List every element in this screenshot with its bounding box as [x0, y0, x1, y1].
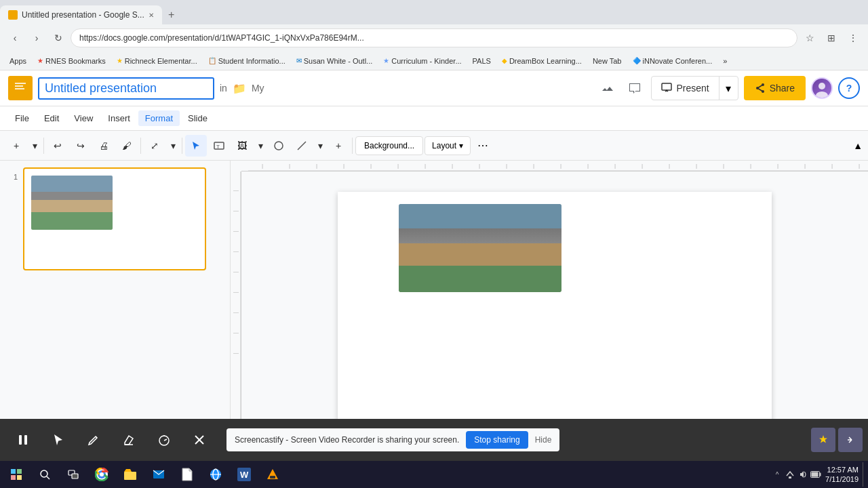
- toolbar-sep-2: [140, 138, 141, 154]
- slide-thumbnail[interactable]: [23, 167, 206, 270]
- svg-text:|: |: [506, 163, 507, 169]
- zoom-btn[interactable]: ⤢: [144, 135, 165, 157]
- background-btn[interactable]: Background...: [355, 136, 423, 155]
- present-dropdown-btn[interactable]: ▾: [719, 77, 738, 100]
- undo-btn[interactable]: ↩: [47, 135, 68, 157]
- screencastify-sparkle-btn[interactable]: [811, 428, 835, 452]
- taskbar-outlook[interactable]: [145, 462, 172, 487]
- layout-btn[interactable]: Layout ▾: [425, 136, 471, 155]
- tray-volume[interactable]: [797, 469, 808, 480]
- tab-favicon: [8, 10, 18, 20]
- task-view-button[interactable]: [60, 462, 87, 487]
- image-dropdown-btn[interactable]: ▾: [254, 135, 267, 157]
- presentation-title-input[interactable]: [38, 77, 214, 100]
- comments-btn[interactable]: [624, 77, 646, 99]
- svg-rect-78: [789, 476, 791, 479]
- menu-edit[interactable]: Edit: [37, 110, 66, 126]
- address-bar[interactable]: https://docs.google.com/presentation/d/1…: [71, 28, 797, 47]
- taskbar-explorer[interactable]: [117, 462, 144, 487]
- add-slide-dropdown-btn[interactable]: ▾: [28, 135, 41, 157]
- search-button[interactable]: [31, 462, 58, 487]
- screencastify-collapse-btn[interactable]: [838, 428, 863, 452]
- line-dropdown-btn[interactable]: ▾: [314, 135, 326, 157]
- extensions-btn[interactable]: ⊞: [822, 28, 841, 47]
- share-button[interactable]: Share: [744, 76, 806, 100]
- toolbar-sep-1: [43, 138, 44, 154]
- activity-dashboard-btn[interactable]: [597, 77, 618, 99]
- menu-file[interactable]: File: [8, 110, 36, 126]
- zoom-dropdown-btn[interactable]: ▾: [167, 135, 179, 157]
- taskbar-file[interactable]: [174, 462, 201, 487]
- add-slide-btn[interactable]: +: [5, 135, 27, 157]
- tab-close-btn[interactable]: ✕: [149, 12, 154, 19]
- new-tab-button[interactable]: +: [162, 5, 181, 24]
- collapse-toolbar-btn[interactable]: ▲: [853, 140, 863, 151]
- menu-btn[interactable]: ⋮: [844, 28, 863, 47]
- bookmark-student[interactable]: 📋 Student Informatio...: [204, 56, 290, 66]
- pen-tool-btn[interactable]: [79, 425, 108, 455]
- svg-text:—: —: [233, 268, 239, 274]
- start-button[interactable]: [3, 462, 30, 487]
- taskbar-chrome[interactable]: [88, 462, 115, 487]
- menu-view[interactable]: View: [67, 110, 100, 126]
- image-btn[interactable]: 🖼: [231, 135, 253, 157]
- bookmark-innovate[interactable]: 🔷 iNNovate Conferen...: [629, 56, 717, 66]
- my-drive-text: My: [252, 83, 264, 94]
- svg-text:—: —: [233, 228, 239, 234]
- menu-slide[interactable]: Slide: [181, 110, 214, 126]
- menu-format[interactable]: Format: [138, 110, 180, 126]
- more-options-btn[interactable]: ⋯: [472, 136, 494, 155]
- thumb-building-graphic: [31, 176, 113, 230]
- bookmark-more[interactable]: »: [719, 56, 731, 66]
- close-recording-btn[interactable]: [184, 425, 214, 455]
- tray-network[interactable]: [785, 469, 795, 480]
- pause-recording-btn[interactable]: [8, 425, 38, 455]
- svg-text:|: |: [397, 163, 399, 169]
- back-button[interactable]: ‹: [5, 28, 24, 47]
- svg-rect-69: [124, 472, 136, 480]
- bookmark-newtab[interactable]: New Tab: [589, 56, 626, 66]
- svg-line-55: [164, 439, 167, 441]
- eraser-tool-btn[interactable]: [114, 425, 144, 455]
- tray-battery[interactable]: [810, 469, 821, 480]
- svg-text:|: |: [804, 163, 806, 169]
- bookmark-richneck[interactable]: ★ Richneck Elementar...: [113, 56, 201, 66]
- help-button[interactable]: ?: [838, 77, 860, 99]
- menu-insert[interactable]: Insert: [101, 110, 137, 126]
- slide-number: 1: [7, 173, 18, 181]
- timer-btn[interactable]: [149, 425, 179, 455]
- forward-button[interactable]: ›: [27, 28, 46, 47]
- active-tab[interactable]: Untitled presentation - Google S... ✕: [0, 5, 162, 24]
- bookmark-rnes[interactable]: ★ RNES Bookmarks: [33, 56, 110, 66]
- bookmark-apps[interactable]: Apps: [5, 56, 31, 66]
- show-desktop-btn[interactable]: [863, 462, 865, 487]
- hide-btn[interactable]: Hide: [535, 435, 552, 445]
- slide-image[interactable]: [399, 204, 561, 292]
- taskbar-ie[interactable]: [202, 462, 229, 487]
- paint-format-btn[interactable]: 🖌: [116, 135, 138, 157]
- taskbar-vlc[interactable]: [259, 462, 286, 487]
- text-box-btn[interactable]: T: [208, 135, 230, 157]
- shapes-btn[interactable]: [268, 135, 290, 157]
- line-btn[interactable]: [291, 135, 313, 157]
- redo-btn[interactable]: ↪: [70, 135, 92, 157]
- refresh-button[interactable]: ↻: [49, 28, 68, 47]
- taskbar-word[interactable]: W: [231, 462, 258, 487]
- bookmark-susan[interactable]: ✉ Susan White - Outl...: [292, 56, 376, 66]
- svg-rect-65: [72, 474, 78, 479]
- cursor-tool-btn[interactable]: [43, 425, 73, 455]
- stop-sharing-btn[interactable]: Stop sharing: [466, 431, 528, 449]
- bookmark-star[interactable]: ☆: [800, 28, 819, 47]
- user-avatar[interactable]: [811, 77, 833, 99]
- taskbar-clock[interactable]: 12:57 AM 7/11/2019: [825, 465, 859, 485]
- svg-text:|: |: [614, 163, 616, 169]
- bookmark-pals[interactable]: PALS: [469, 56, 495, 66]
- tray-up-arrow[interactable]: ^: [772, 469, 783, 480]
- bookmark-curriculum[interactable]: ★ Curriculum - Kinder...: [379, 56, 465, 66]
- slide-canvas[interactable]: [338, 192, 772, 419]
- cursor-select-btn[interactable]: [185, 135, 207, 157]
- insert-special-btn[interactable]: +: [328, 135, 349, 157]
- print-btn[interactable]: 🖨: [93, 135, 115, 157]
- bookmark-dreambox[interactable]: ◆ DreamBox Learning...: [498, 56, 586, 66]
- present-main-btn[interactable]: Present: [652, 83, 718, 94]
